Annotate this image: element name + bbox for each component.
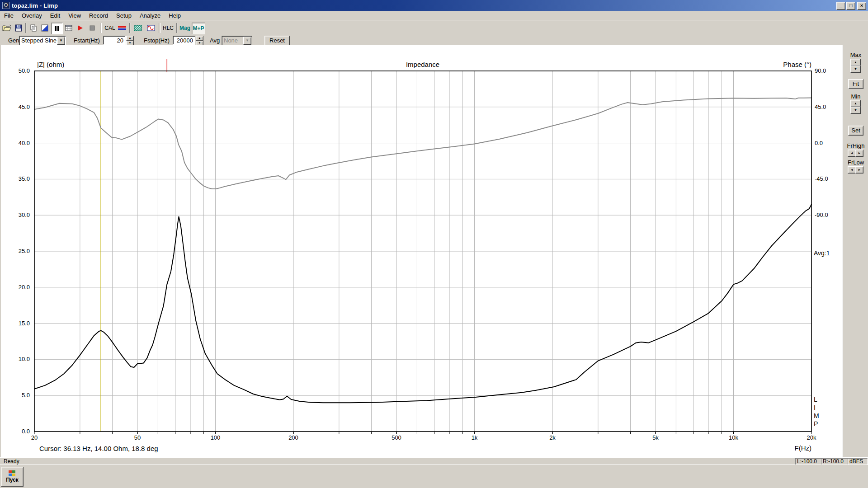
windows-logo-icon xyxy=(9,470,16,477)
min-label: Min xyxy=(843,93,868,100)
minimize-button[interactable]: _ xyxy=(836,2,845,10)
signal-generator-button[interactable] xyxy=(146,23,156,33)
toolbar-separator xyxy=(176,23,178,33)
toolbar-separator xyxy=(159,23,160,33)
start-record-button[interactable] xyxy=(75,23,85,33)
generator-type-select[interactable]: Stepped Sine ▼ xyxy=(19,36,66,46)
save-button[interactable] xyxy=(13,23,24,33)
copy-button[interactable] xyxy=(28,23,39,33)
frlow-label: FrLow xyxy=(843,159,868,166)
fstart-spinner[interactable]: ▲▼ xyxy=(126,36,134,45)
fstart-input[interactable]: 20 xyxy=(103,36,126,45)
menu-item-setup[interactable]: Setup xyxy=(112,11,136,20)
taskbar: Пуск EN 14:50 12.02.2024 ▭ ▤e✉O▣●♪▨▦□Ω✱▮… xyxy=(0,465,868,488)
avg-label: Avg xyxy=(210,37,220,44)
fstart-label: Fstart(Hz) xyxy=(74,37,100,44)
set-button[interactable]: Set xyxy=(848,126,863,136)
min-up-button[interactable]: ▲ xyxy=(850,100,861,107)
menu-item-edit[interactable]: Edit xyxy=(46,11,64,20)
spectrum-button[interactable] xyxy=(132,23,143,33)
max-up-button[interactable]: ▲ xyxy=(850,59,861,66)
impedance-plot[interactable] xyxy=(34,71,811,432)
right-level-indicator: R:-100.0 xyxy=(821,458,849,465)
chart-side-panel: Max ▲ ▼ Fit Min ▲ ▼ Set FrHigh ◄ ► FrLow… xyxy=(843,45,868,457)
status-bar: Ready L:-100.0 R:-100.0 dBFS xyxy=(0,457,868,465)
averaging-select: None ▼ xyxy=(222,36,252,46)
reset-button[interactable]: Reset xyxy=(264,36,290,46)
menu-item-view[interactable]: View xyxy=(64,11,85,20)
close-button[interactable]: × xyxy=(857,2,866,10)
calibrate-button[interactable]: CAL xyxy=(104,23,116,33)
background-color-toggle-button[interactable] xyxy=(39,23,50,33)
frhigh-label: FrHigh xyxy=(843,142,868,149)
menu-item-record[interactable]: Record xyxy=(85,11,112,20)
app-icon: Ω xyxy=(2,2,9,9)
fstop-label: Fstop(Hz) xyxy=(144,37,170,44)
maximize-button[interactable]: □ xyxy=(846,2,855,10)
magnitude-view-button[interactable]: Mag xyxy=(179,23,191,33)
left-level-indicator: L:-100.0 xyxy=(795,458,822,465)
level-meter-button[interactable] xyxy=(117,23,127,33)
toolbar-separator xyxy=(100,23,102,33)
max-down-button[interactable]: ▼ xyxy=(850,66,861,73)
gen-label: Gen xyxy=(8,37,19,44)
title-bar: Ω topaz.lim - Limp _ □ × xyxy=(0,0,868,11)
toolbar: CAL RLC Mag M+P xyxy=(0,20,868,36)
start-button[interactable]: Пуск xyxy=(1,467,24,487)
max-label: Max xyxy=(843,52,868,58)
frhigh-left-button[interactable]: ◄ xyxy=(848,150,856,157)
open-file-button[interactable] xyxy=(1,23,12,33)
frhigh-right-button[interactable]: ► xyxy=(855,150,863,157)
magnitude-phase-view-button[interactable]: M+P xyxy=(192,23,205,34)
rlc-button[interactable]: RLC xyxy=(162,23,175,33)
min-down-button[interactable]: ▼ xyxy=(850,107,861,114)
chevron-down-icon: ▼ xyxy=(243,37,251,45)
menu-bar: FileOverlayEditViewRecordSetupAnalyzeHel… xyxy=(0,11,868,20)
chevron-down-icon[interactable]: ▼ xyxy=(57,37,65,45)
menu-item-file[interactable]: File xyxy=(0,11,18,20)
fit-button[interactable]: Fit xyxy=(848,79,863,89)
toolbar-separator xyxy=(129,23,131,33)
menu-item-overlay[interactable]: Overlay xyxy=(18,11,46,20)
toolbar-separator xyxy=(25,23,27,33)
stop-record-button[interactable] xyxy=(87,23,98,33)
fstop-input[interactable]: 20000 xyxy=(173,36,195,45)
generator-settings-row: Gen Stepped Sine ▼ Fstart(Hz) 20 ▲▼ Fsto… xyxy=(0,35,868,45)
menu-item-help[interactable]: Help xyxy=(165,11,185,20)
frlow-left-button[interactable]: ◄ xyxy=(848,166,856,174)
menu-item-analyze[interactable]: Analyze xyxy=(136,11,165,20)
limp-application-window: Ω topaz.lim - Limp _ □ × FileOverlayEdit… xyxy=(0,0,868,488)
frlow-right-button[interactable]: ► xyxy=(855,166,863,174)
level-units-indicator: dBFS xyxy=(848,458,868,465)
fstop-spinner[interactable]: ▲▼ xyxy=(196,36,203,45)
window-title: topaz.lim - Limp xyxy=(12,2,58,9)
table-view-button[interactable] xyxy=(63,23,74,33)
status-text: Ready xyxy=(4,458,19,465)
pause-button[interactable] xyxy=(51,23,63,34)
